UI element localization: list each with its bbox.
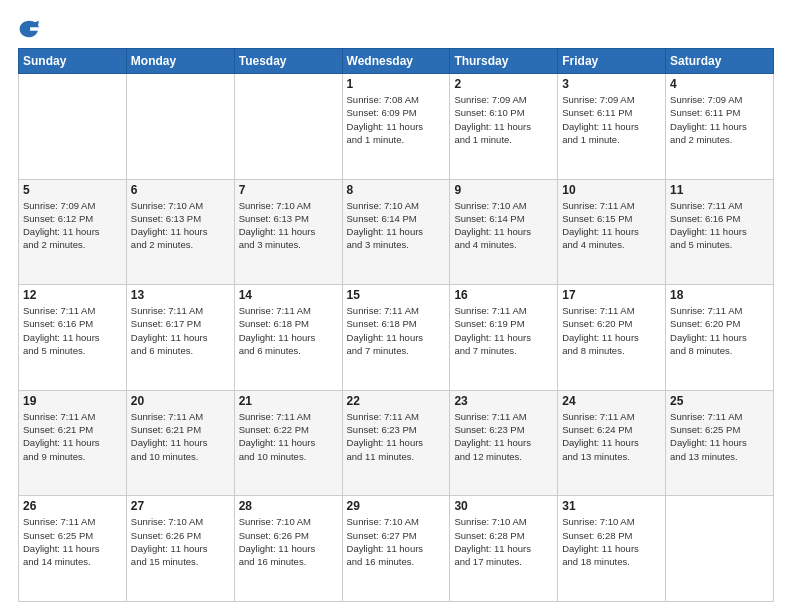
day-number: 28 — [239, 499, 338, 513]
day-number: 11 — [670, 183, 769, 197]
day-number: 20 — [131, 394, 230, 408]
day-number: 16 — [454, 288, 553, 302]
calendar-cell: 19Sunrise: 7:11 AM Sunset: 6:21 PM Dayli… — [19, 390, 127, 496]
calendar-cell: 31Sunrise: 7:10 AM Sunset: 6:28 PM Dayli… — [558, 496, 666, 602]
calendar-cell: 4Sunrise: 7:09 AM Sunset: 6:11 PM Daylig… — [666, 74, 774, 180]
day-info: Sunrise: 7:11 AM Sunset: 6:20 PM Dayligh… — [562, 304, 661, 357]
day-info: Sunrise: 7:09 AM Sunset: 6:11 PM Dayligh… — [670, 93, 769, 146]
day-number: 22 — [347, 394, 446, 408]
day-number: 18 — [670, 288, 769, 302]
day-number: 30 — [454, 499, 553, 513]
day-info: Sunrise: 7:11 AM Sunset: 6:25 PM Dayligh… — [670, 410, 769, 463]
weekday-header-saturday: Saturday — [666, 49, 774, 74]
day-info: Sunrise: 7:10 AM Sunset: 6:13 PM Dayligh… — [131, 199, 230, 252]
week-row-3: 12Sunrise: 7:11 AM Sunset: 6:16 PM Dayli… — [19, 285, 774, 391]
weekday-header-friday: Friday — [558, 49, 666, 74]
calendar-cell: 26Sunrise: 7:11 AM Sunset: 6:25 PM Dayli… — [19, 496, 127, 602]
calendar-cell — [234, 74, 342, 180]
day-number: 21 — [239, 394, 338, 408]
day-info: Sunrise: 7:11 AM Sunset: 6:16 PM Dayligh… — [23, 304, 122, 357]
calendar-cell: 3Sunrise: 7:09 AM Sunset: 6:11 PM Daylig… — [558, 74, 666, 180]
day-info: Sunrise: 7:11 AM Sunset: 6:22 PM Dayligh… — [239, 410, 338, 463]
day-info: Sunrise: 7:09 AM Sunset: 6:11 PM Dayligh… — [562, 93, 661, 146]
day-info: Sunrise: 7:11 AM Sunset: 6:23 PM Dayligh… — [347, 410, 446, 463]
day-info: Sunrise: 7:11 AM Sunset: 6:23 PM Dayligh… — [454, 410, 553, 463]
calendar-cell: 2Sunrise: 7:09 AM Sunset: 6:10 PM Daylig… — [450, 74, 558, 180]
day-number: 25 — [670, 394, 769, 408]
calendar-cell: 16Sunrise: 7:11 AM Sunset: 6:19 PM Dayli… — [450, 285, 558, 391]
calendar-cell: 14Sunrise: 7:11 AM Sunset: 6:18 PM Dayli… — [234, 285, 342, 391]
day-number: 9 — [454, 183, 553, 197]
calendar-cell: 8Sunrise: 7:10 AM Sunset: 6:14 PM Daylig… — [342, 179, 450, 285]
calendar-cell: 22Sunrise: 7:11 AM Sunset: 6:23 PM Dayli… — [342, 390, 450, 496]
day-number: 5 — [23, 183, 122, 197]
calendar-table: SundayMondayTuesdayWednesdayThursdayFrid… — [18, 48, 774, 602]
calendar-cell: 20Sunrise: 7:11 AM Sunset: 6:21 PM Dayli… — [126, 390, 234, 496]
calendar-cell: 29Sunrise: 7:10 AM Sunset: 6:27 PM Dayli… — [342, 496, 450, 602]
day-number: 14 — [239, 288, 338, 302]
calendar-cell: 23Sunrise: 7:11 AM Sunset: 6:23 PM Dayli… — [450, 390, 558, 496]
day-info: Sunrise: 7:09 AM Sunset: 6:12 PM Dayligh… — [23, 199, 122, 252]
calendar-cell: 5Sunrise: 7:09 AM Sunset: 6:12 PM Daylig… — [19, 179, 127, 285]
day-info: Sunrise: 7:08 AM Sunset: 6:09 PM Dayligh… — [347, 93, 446, 146]
day-info: Sunrise: 7:10 AM Sunset: 6:13 PM Dayligh… — [239, 199, 338, 252]
day-number: 13 — [131, 288, 230, 302]
calendar-cell: 9Sunrise: 7:10 AM Sunset: 6:14 PM Daylig… — [450, 179, 558, 285]
day-number: 7 — [239, 183, 338, 197]
day-info: Sunrise: 7:11 AM Sunset: 6:18 PM Dayligh… — [239, 304, 338, 357]
calendar-cell: 13Sunrise: 7:11 AM Sunset: 6:17 PM Dayli… — [126, 285, 234, 391]
weekday-header-sunday: Sunday — [19, 49, 127, 74]
day-number: 12 — [23, 288, 122, 302]
day-number: 3 — [562, 77, 661, 91]
weekday-header-wednesday: Wednesday — [342, 49, 450, 74]
day-info: Sunrise: 7:10 AM Sunset: 6:14 PM Dayligh… — [347, 199, 446, 252]
weekday-header-thursday: Thursday — [450, 49, 558, 74]
calendar-cell: 24Sunrise: 7:11 AM Sunset: 6:24 PM Dayli… — [558, 390, 666, 496]
logo — [18, 18, 44, 40]
day-info: Sunrise: 7:11 AM Sunset: 6:19 PM Dayligh… — [454, 304, 553, 357]
day-number: 4 — [670, 77, 769, 91]
day-info: Sunrise: 7:11 AM Sunset: 6:18 PM Dayligh… — [347, 304, 446, 357]
day-info: Sunrise: 7:10 AM Sunset: 6:28 PM Dayligh… — [562, 515, 661, 568]
day-number: 23 — [454, 394, 553, 408]
day-number: 8 — [347, 183, 446, 197]
calendar-cell: 17Sunrise: 7:11 AM Sunset: 6:20 PM Dayli… — [558, 285, 666, 391]
day-number: 27 — [131, 499, 230, 513]
calendar-cell: 6Sunrise: 7:10 AM Sunset: 6:13 PM Daylig… — [126, 179, 234, 285]
day-info: Sunrise: 7:10 AM Sunset: 6:14 PM Dayligh… — [454, 199, 553, 252]
day-number: 6 — [131, 183, 230, 197]
weekday-header-row: SundayMondayTuesdayWednesdayThursdayFrid… — [19, 49, 774, 74]
day-info: Sunrise: 7:10 AM Sunset: 6:28 PM Dayligh… — [454, 515, 553, 568]
calendar-cell: 27Sunrise: 7:10 AM Sunset: 6:26 PM Dayli… — [126, 496, 234, 602]
calendar-cell — [19, 74, 127, 180]
page: SundayMondayTuesdayWednesdayThursdayFrid… — [0, 0, 792, 612]
day-number: 24 — [562, 394, 661, 408]
calendar-cell: 12Sunrise: 7:11 AM Sunset: 6:16 PM Dayli… — [19, 285, 127, 391]
calendar-cell — [666, 496, 774, 602]
calendar-cell: 21Sunrise: 7:11 AM Sunset: 6:22 PM Dayli… — [234, 390, 342, 496]
day-info: Sunrise: 7:11 AM Sunset: 6:24 PM Dayligh… — [562, 410, 661, 463]
day-info: Sunrise: 7:11 AM Sunset: 6:21 PM Dayligh… — [23, 410, 122, 463]
calendar-cell — [126, 74, 234, 180]
day-number: 2 — [454, 77, 553, 91]
day-info: Sunrise: 7:11 AM Sunset: 6:21 PM Dayligh… — [131, 410, 230, 463]
day-info: Sunrise: 7:09 AM Sunset: 6:10 PM Dayligh… — [454, 93, 553, 146]
day-number: 26 — [23, 499, 122, 513]
day-info: Sunrise: 7:10 AM Sunset: 6:27 PM Dayligh… — [347, 515, 446, 568]
calendar-cell: 15Sunrise: 7:11 AM Sunset: 6:18 PM Dayli… — [342, 285, 450, 391]
calendar-cell: 7Sunrise: 7:10 AM Sunset: 6:13 PM Daylig… — [234, 179, 342, 285]
week-row-2: 5Sunrise: 7:09 AM Sunset: 6:12 PM Daylig… — [19, 179, 774, 285]
week-row-1: 1Sunrise: 7:08 AM Sunset: 6:09 PM Daylig… — [19, 74, 774, 180]
calendar-cell: 25Sunrise: 7:11 AM Sunset: 6:25 PM Dayli… — [666, 390, 774, 496]
day-info: Sunrise: 7:11 AM Sunset: 6:15 PM Dayligh… — [562, 199, 661, 252]
day-info: Sunrise: 7:11 AM Sunset: 6:17 PM Dayligh… — [131, 304, 230, 357]
day-info: Sunrise: 7:10 AM Sunset: 6:26 PM Dayligh… — [131, 515, 230, 568]
day-number: 31 — [562, 499, 661, 513]
logo-icon — [18, 18, 40, 40]
calendar-cell: 11Sunrise: 7:11 AM Sunset: 6:16 PM Dayli… — [666, 179, 774, 285]
day-info: Sunrise: 7:11 AM Sunset: 6:20 PM Dayligh… — [670, 304, 769, 357]
day-number: 10 — [562, 183, 661, 197]
header — [18, 18, 774, 40]
day-info: Sunrise: 7:10 AM Sunset: 6:26 PM Dayligh… — [239, 515, 338, 568]
day-number: 1 — [347, 77, 446, 91]
